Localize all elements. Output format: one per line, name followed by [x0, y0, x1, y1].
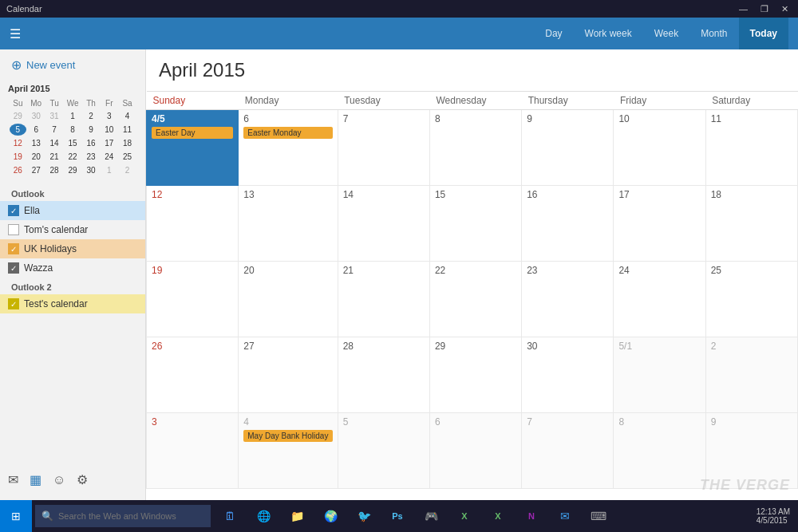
mini-cal-day[interactable]: 8	[64, 124, 81, 136]
mini-cal-day[interactable]: 12	[10, 137, 26, 149]
cal-item-wazza[interactable]: ✓ Wazza	[0, 258, 145, 278]
calendar-icon[interactable]: ▦	[30, 472, 41, 487]
search-input[interactable]	[58, 511, 204, 521]
taskbar-excel-icon[interactable]: X	[482, 500, 514, 532]
mini-cal-day[interactable]: 4	[119, 110, 136, 122]
mini-cal-day[interactable]: 1	[101, 164, 117, 176]
calendar-day-cell[interactable]: 30	[522, 337, 614, 413]
mini-cal-day[interactable]: 24	[101, 151, 117, 163]
mini-cal-day[interactable]: 28	[46, 164, 63, 176]
mini-cal-day[interactable]: 9	[83, 124, 100, 136]
calendar-day-cell[interactable]: 7	[338, 110, 429, 186]
calendar-day-cell[interactable]: 27	[239, 337, 338, 413]
mini-cal-day[interactable]: 26	[10, 164, 26, 176]
minimize-button[interactable]: —	[736, 4, 751, 14]
tab-today[interactable]: Today	[739, 18, 788, 49]
calendar-day-cell[interactable]: 29	[429, 337, 521, 413]
calendar-day-cell[interactable]: 4/5Easter Day	[147, 110, 239, 186]
mini-cal-day[interactable]: 10	[101, 124, 117, 136]
mail-icon[interactable]: ✉	[8, 472, 18, 487]
cal-item-test[interactable]: ✓ Test's calendar	[0, 294, 145, 313]
calendar-day-cell[interactable]: 23	[522, 262, 614, 337]
test-checkbox[interactable]: ✓	[8, 298, 19, 309]
wazza-checkbox[interactable]: ✓	[8, 262, 19, 274]
calendar-day-cell[interactable]: 6	[429, 413, 521, 489]
calendar-day-cell[interactable]: 5	[338, 413, 429, 489]
calendar-day-cell[interactable]: 7	[522, 413, 614, 489]
mini-cal-day[interactable]: 29	[10, 110, 26, 122]
calendar-day-cell[interactable]: 26	[147, 337, 239, 413]
calendar-day-cell[interactable]: 9	[522, 110, 614, 186]
calendar-event[interactable]: May Day Bank Holiday	[243, 430, 332, 442]
taskbar-ps-icon[interactable]: Ps	[381, 500, 413, 532]
mini-cal-day[interactable]: 2	[83, 110, 100, 122]
taskbar-game-icon[interactable]: 🎮	[415, 500, 447, 532]
mini-cal-day[interactable]: 16	[83, 137, 100, 149]
mini-cal-day[interactable]: 18	[119, 137, 136, 149]
mini-cal-day[interactable]: 21	[46, 151, 63, 163]
window-controls[interactable]: — ❐ ✕	[736, 4, 792, 14]
mini-cal-day[interactable]: 31	[46, 110, 63, 122]
cal-item-uk-holidays[interactable]: ✓ UK Holidays	[0, 239, 145, 258]
calendar-day-cell[interactable]: 24	[614, 262, 705, 337]
hamburger-menu[interactable]: ☰	[10, 26, 21, 41]
taskbar-twitter-icon[interactable]: 🐦	[348, 500, 380, 532]
calendar-day-cell[interactable]: 18	[705, 186, 797, 262]
calendar-day-cell[interactable]: 8	[429, 110, 521, 186]
taskbar-explorer-icon[interactable]: 📁	[281, 500, 313, 532]
start-button[interactable]: ⊞	[0, 500, 32, 532]
mini-cal-day[interactable]: 17	[101, 137, 117, 149]
tab-month[interactable]: Month	[689, 18, 738, 49]
maximize-button[interactable]: ❐	[757, 4, 772, 14]
calendar-day-cell[interactable]: 2	[705, 337, 797, 413]
mini-cal-day[interactable]: 7	[46, 124, 63, 136]
mini-cal-day[interactable]: 2	[119, 164, 136, 176]
mini-cal-day[interactable]: 30	[28, 110, 45, 122]
tab-week[interactable]: Week	[643, 18, 689, 49]
search-box[interactable]: 🔍	[35, 505, 211, 527]
calendar-day-cell[interactable]: 16	[522, 186, 614, 262]
mini-cal-day[interactable]: 3	[101, 110, 117, 122]
taskbar-chrome-icon[interactable]: 🌍	[314, 500, 346, 532]
mini-cal-day[interactable]: 1	[64, 110, 81, 122]
calendar-day-cell[interactable]: 17	[614, 186, 705, 262]
mini-cal-day[interactable]: 27	[28, 164, 45, 176]
calendar-day-cell[interactable]: 5/1	[614, 337, 705, 413]
calendar-day-cell[interactable]: 4May Day Bank Holiday	[239, 413, 338, 489]
mini-cal-day[interactable]: 15	[64, 137, 81, 149]
mini-cal-day[interactable]: 14	[46, 137, 63, 149]
taskbar-edge-icon[interactable]: 🌐	[247, 500, 279, 532]
new-event-button[interactable]: ⊕ New event	[0, 49, 145, 81]
mini-cal-day[interactable]: 11	[119, 124, 136, 136]
calendar-day-cell[interactable]: 10	[614, 110, 705, 186]
close-button[interactable]: ✕	[778, 4, 792, 14]
calendar-day-cell[interactable]: 19	[147, 262, 239, 337]
calendar-event[interactable]: Easter Day	[152, 127, 233, 139]
tab-day[interactable]: Day	[534, 18, 573, 49]
calendar-day-cell[interactable]: 22	[429, 262, 521, 337]
mini-cal-day[interactable]: 30	[83, 164, 100, 176]
calendar-day-cell[interactable]: 25	[705, 262, 797, 337]
ella-checkbox[interactable]: ✓	[8, 205, 19, 216]
taskbar-mail-icon[interactable]: ✉	[549, 500, 581, 532]
uk-holidays-checkbox[interactable]: ✓	[8, 243, 19, 254]
tab-workweek[interactable]: Work week	[574, 18, 643, 49]
calendar-day-cell[interactable]: 13	[239, 186, 338, 262]
taskbar-xbox-icon[interactable]: X	[448, 500, 480, 532]
mini-cal-day[interactable]: 22	[64, 151, 81, 163]
mini-cal-day[interactable]: 5	[10, 124, 26, 136]
calendar-event[interactable]: Easter Monday	[243, 127, 332, 139]
cal-item-tom[interactable]: Tom's calendar	[0, 220, 145, 239]
mini-cal-day[interactable]: 25	[119, 151, 136, 163]
taskbar-onenote-icon[interactable]: N	[516, 500, 547, 532]
mini-cal-day[interactable]: 23	[83, 151, 100, 163]
mini-cal-day[interactable]: 19	[10, 151, 26, 163]
tom-checkbox[interactable]	[8, 224, 19, 235]
calendar-day-cell[interactable]: 28	[338, 337, 429, 413]
cal-item-ella[interactable]: ✓ Ella	[0, 201, 145, 220]
people-icon[interactable]: ☺	[53, 473, 65, 487]
taskbar-calendar-icon[interactable]: 🗓	[214, 500, 246, 532]
calendar-day-cell[interactable]: 6Easter Monday	[239, 110, 338, 186]
calendar-day-cell[interactable]: 21	[338, 262, 429, 337]
calendar-day-cell[interactable]: 15	[429, 186, 521, 262]
